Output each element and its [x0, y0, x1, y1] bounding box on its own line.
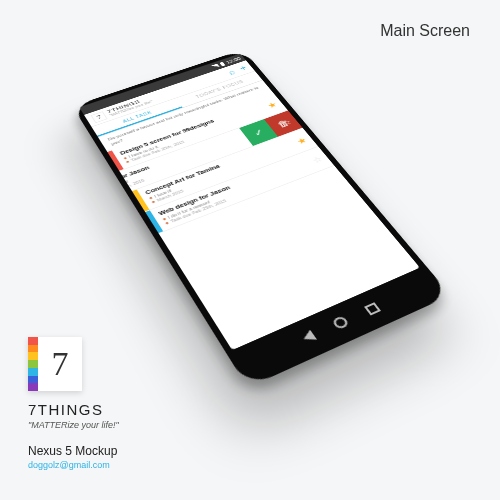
search-icon[interactable]: ⌕ [226, 67, 237, 76]
signal-icon [211, 64, 220, 69]
battery-icon [220, 61, 226, 66]
add-task-icon[interactable]: + [237, 64, 248, 73]
promo-footer: 7 7THINGS "MATTERize your life!" Nexus 5… [28, 337, 119, 470]
priority-color [145, 210, 163, 233]
app-logo-large: 7 [28, 337, 82, 391]
page-title: Main Screen [380, 22, 470, 40]
app-name: 7THINGS [28, 401, 119, 418]
app-tagline: "MATTERize your life!" [28, 420, 119, 430]
priority-color [132, 190, 149, 212]
logo-color-strip [28, 337, 38, 391]
recents-icon[interactable] [363, 302, 380, 315]
app-logo-small: 7 [90, 111, 107, 123]
phone-mockup: 12:00 7 7THINGS "MATTERize your life!" ⌕… [140, 0, 350, 395]
device-label: Nexus 5 Mockup [28, 444, 119, 458]
home-icon[interactable] [331, 315, 350, 330]
logo-seven: 7 [38, 337, 82, 391]
back-icon[interactable] [300, 330, 317, 344]
contact-email[interactable]: doggolz@gmail.com [28, 460, 119, 470]
